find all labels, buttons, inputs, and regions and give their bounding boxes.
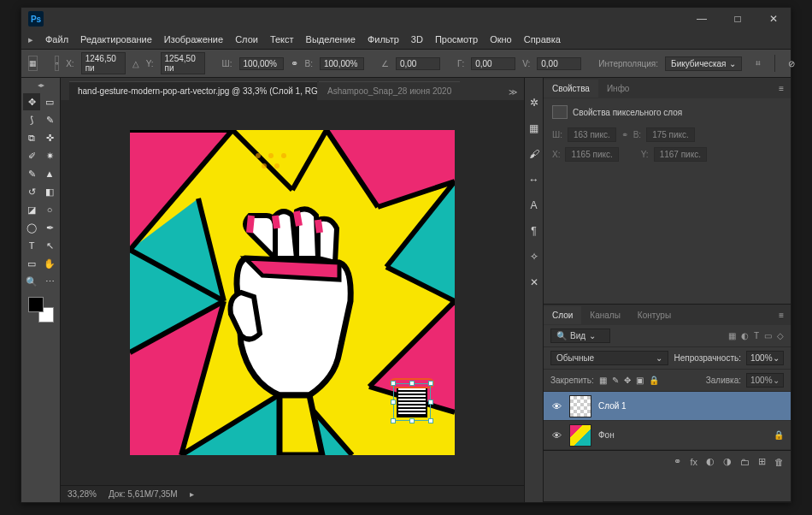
y-input[interactable]: 1254,50 пи [161,52,205,74]
dock-icon-7[interactable]: ✕ [527,275,542,290]
handle-ml[interactable] [391,400,396,405]
transform-selection[interactable] [393,383,431,421]
filter-pixel-icon[interactable]: ▦ [728,331,736,340]
quick-select-tool[interactable]: ✎ [41,111,58,128]
reference-point-icon[interactable]: ▫ [55,56,59,71]
lock-brush-icon[interactable]: ✎ [612,376,619,385]
menu-flyout-icon[interactable]: ▸ [28,34,33,45]
prop-y-input[interactable]: 1167 пикс. [654,147,707,162]
menu-edit[interactable]: Редактирование [75,33,157,46]
dock-icon-5[interactable]: ¶ [527,223,542,239]
layer-name[interactable]: Слой 1 [598,401,627,411]
layer-thumbnail[interactable] [569,395,591,417]
lock-icon[interactable]: 🔒 [774,430,784,440]
filter-shape-icon[interactable]: ▭ [764,331,772,340]
maximize-button[interactable]: □ [727,13,748,25]
handle-bl[interactable] [391,418,396,423]
frame-tool[interactable]: ✜ [41,129,58,146]
adjustment-icon[interactable]: ◑ [723,456,732,467]
panel-menu-icon[interactable]: ≡ [772,311,791,320]
link-wh-icon[interactable]: ⚭ [291,58,298,69]
filter-smart-icon[interactable]: ◇ [777,331,784,340]
h-input[interactable]: 100,00% [320,57,364,70]
handle-tl[interactable] [391,381,396,386]
triangle-icon[interactable]: △ [132,59,139,68]
visibility-toggle[interactable]: 👁 [550,430,562,441]
group-icon[interactable]: 🗀 [740,457,750,467]
handle-bm[interactable] [409,418,415,423]
edit-toolbar[interactable]: ⋯ [41,273,58,290]
filter-adjust-icon[interactable]: ◐ [741,331,749,340]
link-wh-icon[interactable]: ⚭ [621,130,628,139]
lasso-tool[interactable]: ⟆ [23,111,40,128]
heal-tool[interactable]: ✷ [41,147,58,164]
dock-icon-3[interactable]: ↔ [527,172,542,187]
menu-file[interactable]: Файл [40,33,74,46]
mask-icon[interactable]: ◐ [706,456,715,467]
tab-inactive[interactable]: Ashampoo_Snap_28 июня 2020 [319,81,460,100]
filter-type-icon[interactable]: T [754,331,759,340]
dock-icon-2[interactable]: 🖌 [527,146,542,162]
fx-icon[interactable]: fx [690,457,697,467]
skewh-input[interactable]: 0,00 [471,57,515,70]
visibility-toggle[interactable]: 👁 [550,401,562,411]
tab-paths[interactable]: Контуры [629,306,680,324]
menu-image[interactable]: Изображение [159,33,228,46]
foreground-color[interactable] [28,297,44,312]
handle-br[interactable] [428,418,433,423]
color-swatch[interactable] [28,297,54,323]
tabs-overflow-icon[interactable]: ≫ [502,84,524,100]
reset-transform-icon[interactable]: ↺ [806,54,812,73]
menu-window[interactable]: Окно [485,33,517,46]
stamp-tool[interactable]: ▲ [41,165,58,182]
shape-tool[interactable]: ▭ [23,255,40,272]
menu-view[interactable]: Просмотр [430,33,483,46]
new-layer-icon[interactable]: ⊞ [758,456,766,467]
dock-icon-4[interactable]: A [527,198,542,213]
prop-x-input[interactable]: 1165 пикс. [565,147,618,162]
tab-channels[interactable]: Каналы [581,306,629,324]
prop-h-input[interactable]: 175 пикс. [646,127,695,142]
link-layers-icon[interactable]: ⚭ [674,456,681,467]
angle-input[interactable]: 0,00 [396,57,440,70]
move-tool[interactable]: ✥ [23,93,40,110]
eraser-tool[interactable]: ◧ [41,183,58,200]
tab-active[interactable]: hand-gesture-modern-pop-art-vector.jpg @… [69,81,317,100]
opacity-input[interactable]: 100%⌄ [746,351,784,365]
handle-tm[interactable] [409,381,415,386]
cancel-transform-icon[interactable]: ⊘ [782,54,801,73]
crop-tool[interactable]: ⧉ [23,129,40,146]
zoom-level[interactable]: 33,28% [68,489,97,499]
pen-tool[interactable]: ✒ [41,219,58,236]
menu-help[interactable]: Справка [519,33,566,46]
path-select-tool[interactable]: ↖ [41,237,58,254]
layer-name[interactable]: Фон [598,430,615,440]
status-flyout-icon[interactable]: ▸ [190,489,194,499]
w-input[interactable]: 100,00% [239,57,284,70]
transform-tool-icon[interactable]: ▦ [28,56,38,71]
prop-w-input[interactable]: 163 пикс. [568,127,616,142]
close-button[interactable]: ✕ [763,13,784,25]
fill-input[interactable]: 100%⌄ [746,373,784,388]
tab-properties[interactable]: Свойства [544,80,598,98]
dock-icon-1[interactable]: ▦ [527,121,542,136]
warp-icon[interactable]: ⌗ [749,54,768,73]
gradient-tool[interactable]: ◪ [23,201,40,218]
lock-pixels-icon[interactable]: ▦ [599,376,607,385]
x-input[interactable]: 1246,50 пи [81,52,126,74]
delete-layer-icon[interactable]: 🗑 [774,457,784,467]
handle-mr[interactable] [428,400,433,405]
layer-row-bg[interactable]: 👁 Фон 🔒 [544,421,791,450]
menu-type[interactable]: Текст [265,33,299,46]
lock-move-icon[interactable]: ✥ [624,376,631,385]
dock-icon-0[interactable]: ✲ [527,95,542,110]
menu-select[interactable]: Выделение [301,33,361,46]
canvas-viewport[interactable] [61,100,524,485]
blend-mode-select[interactable]: Обычные⌄ [550,351,668,365]
minimize-button[interactable]: — [691,13,712,25]
menu-filter[interactable]: Фильтр [362,33,404,46]
dock-icon-6[interactable]: ✧ [527,249,542,264]
tab-info[interactable]: Инфо [598,80,638,98]
zoom-tool[interactable]: 🔍 [23,273,40,290]
dodge-tool[interactable]: ◯ [23,219,40,236]
